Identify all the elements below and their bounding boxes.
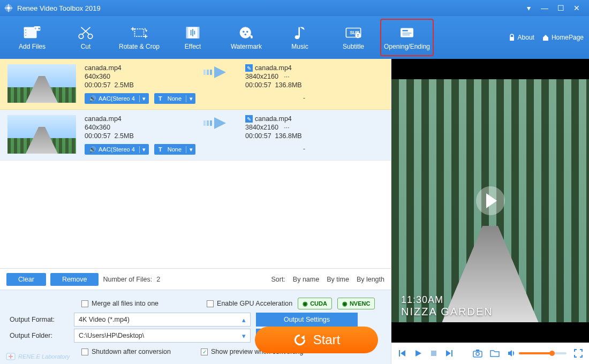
file-count-value: 2	[156, 276, 160, 283]
skip-forward-icon	[445, 349, 454, 358]
homepage-label: HomePage	[552, 34, 584, 41]
shutdown-checkbox[interactable]: Shutdown after conversion	[81, 348, 171, 355]
merge-checkbox[interactable]: Merge all files into one	[81, 300, 158, 307]
svg-rect-35	[403, 30, 408, 32]
audio-track-dropdown[interactable]: 🔊 AAC(Stereo 4▾	[85, 93, 149, 104]
play-icon	[414, 349, 422, 358]
chevron-down-icon: ▾	[186, 95, 195, 102]
svg-rect-43	[203, 120, 206, 126]
folder-icon	[490, 349, 500, 358]
prev-button[interactable]	[398, 349, 406, 358]
overlay-title: NIZZA GARDEN	[401, 306, 493, 318]
play-overlay-button[interactable]	[476, 186, 505, 215]
tool-watermark[interactable]: Watermark	[220, 19, 273, 56]
preview-controls	[391, 343, 589, 364]
volume-slider[interactable]	[519, 352, 567, 354]
titlebar: Renee Video Toolbox 2019 ▾ — ☐ ✕	[0, 0, 589, 16]
about-link[interactable]: About	[508, 34, 534, 41]
stop-button[interactable]	[430, 350, 437, 357]
source-filename: canada.mp4	[85, 64, 192, 72]
conversion-arrow	[192, 64, 245, 80]
output-duration-size: 00:00:57 136.8MB	[245, 81, 363, 89]
speaker-icon: 🔊	[89, 95, 96, 102]
svg-rect-38	[510, 37, 514, 41]
svg-rect-5	[10, 7, 12, 8]
video-preview[interactable]: 11:30AM NIZZA GARDEN	[391, 59, 589, 343]
output-format-select[interactable]: 4K Video (*.mp4) ▴	[74, 313, 251, 327]
file-row[interactable]: canada.mp4640x36000:00:57 2.5MB🔊 AAC(Ste…	[0, 110, 391, 161]
tool-cut[interactable]: Cut	[59, 19, 112, 56]
refresh-icon	[293, 333, 307, 347]
output-settings-button[interactable]: Output Settings	[256, 313, 358, 327]
start-button[interactable]: Start	[255, 327, 378, 353]
gpu-checkbox[interactable]: Enable GPU Acceleration	[207, 300, 292, 307]
sort-by-time[interactable]: By time	[327, 276, 349, 283]
svg-rect-29	[298, 27, 300, 37]
subtitle-track-dropdown[interactable]: T None▾	[154, 93, 195, 104]
sort-options: Sort: By name By time By length	[271, 276, 384, 283]
svg-point-13	[79, 34, 84, 39]
tool-label: Rotate & Crop	[119, 43, 160, 50]
sort-label: Sort:	[271, 276, 285, 283]
svg-rect-2	[8, 4, 9, 6]
volume-control[interactable]	[507, 349, 567, 358]
tool-effect[interactable]: Effect	[166, 19, 220, 56]
play-button[interactable]	[414, 349, 422, 358]
output-duration-size: 00:00:57 136.8MB	[245, 132, 363, 140]
svg-rect-52	[431, 351, 436, 356]
fullscreen-button[interactable]	[574, 349, 583, 358]
svg-marker-18	[145, 30, 147, 32]
tool-add-files[interactable]: + ▾ Add Files	[5, 19, 59, 56]
watermark-icon	[237, 25, 255, 41]
svg-marker-47	[301, 335, 305, 340]
sort-by-name[interactable]: By name	[293, 276, 319, 283]
output-filename: canada.mp4	[255, 64, 292, 72]
source-duration-size: 00:00:57 2.5MB	[85, 132, 192, 140]
next-button[interactable]	[445, 349, 454, 358]
overlay-time: 11:30AM	[401, 294, 493, 306]
open-folder-button[interactable]	[490, 349, 500, 358]
tool-opening-ending[interactable]: Opening/Ending	[380, 19, 434, 56]
lock-icon	[508, 34, 516, 41]
svg-point-25	[243, 31, 244, 33]
svg-text:+ ▾: + ▾	[34, 26, 40, 31]
svg-rect-37	[403, 34, 410, 35]
file-thumbnail	[7, 115, 76, 154]
svg-marker-42	[214, 66, 226, 78]
sort-by-length[interactable]: By length	[357, 276, 384, 283]
remove-button[interactable]: Remove	[50, 273, 99, 286]
watermark-logo: RENE.E Laboratory	[5, 351, 70, 362]
snapshot-button[interactable]	[473, 349, 482, 358]
svg-point-9	[25, 32, 26, 33]
edit-icon[interactable]: ✎	[245, 115, 253, 123]
tool-label: Subtitle	[343, 43, 364, 50]
titlebar-dropdown[interactable]: ▾	[520, 4, 537, 12]
home-icon	[542, 34, 549, 41]
tool-music[interactable]: Music	[273, 19, 327, 56]
main-toolbar: + ▾ Add Files Cut Rotate & Crop Effect W…	[0, 16, 589, 59]
subtitle-track-dropdown[interactable]: T None▾	[154, 144, 195, 155]
chevron-down-icon: ▾	[186, 146, 195, 153]
clear-button[interactable]: Clear	[6, 273, 46, 286]
source-filename: canada.mp4	[85, 115, 192, 123]
minimize-button[interactable]: —	[537, 4, 553, 12]
edit-icon[interactable]: ✎	[245, 64, 253, 72]
homepage-link[interactable]: HomePage	[542, 34, 584, 41]
file-row[interactable]: canada.mp4640x36000:00:57 2.5MB🔊 AAC(Ste…	[0, 59, 391, 110]
svg-rect-17	[135, 29, 144, 36]
chevron-down-icon: ▾	[139, 146, 149, 153]
close-button[interactable]: ✕	[569, 4, 585, 12]
output-extra-col: -	[245, 94, 363, 102]
maximize-button[interactable]: ☐	[553, 4, 569, 12]
output-extra-col: -	[245, 145, 363, 153]
audio-track-dropdown[interactable]: 🔊 AAC(Stereo 4▾	[85, 144, 149, 155]
svg-marker-46	[214, 117, 226, 129]
tool-subtitle[interactable]: SUBT Subtitle	[327, 19, 380, 56]
output-info: ✎canada.mp43840x2160 ···00:00:57 136.8MB…	[245, 64, 363, 102]
output-folder-select[interactable]: C:\Users\HP\Desktop\ ▾	[74, 329, 251, 343]
cut-icon	[77, 25, 95, 41]
gpu-label: Enable GPU Acceleration	[217, 300, 292, 307]
svg-line-16	[81, 27, 89, 35]
checkbox-icon	[81, 348, 88, 355]
tool-rotate-crop[interactable]: Rotate & Crop	[112, 19, 166, 56]
